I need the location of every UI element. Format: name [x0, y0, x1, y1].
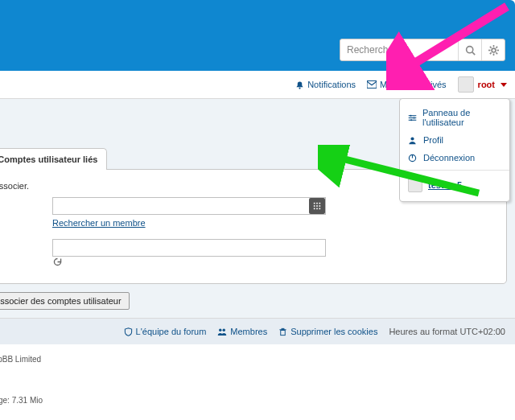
- inbox-icon: [367, 80, 377, 89]
- refresh-icon[interactable]: [52, 257, 495, 267]
- svg-rect-30: [316, 205, 318, 207]
- tab-linked-accounts[interactable]: Comptes utilisateur liés: [0, 148, 107, 170]
- dropdown-logout[interactable]: Déconnexion: [400, 149, 509, 167]
- svg-rect-27: [316, 202, 318, 204]
- avatar: [408, 178, 422, 192]
- nav-username: root: [478, 80, 495, 89]
- svg-point-35: [219, 328, 221, 331]
- dropdown-linked-label: tester_5: [428, 180, 462, 190]
- svg-line-11: [489, 46, 491, 47]
- svg-point-22: [410, 119, 412, 121]
- svg-line-12: [496, 52, 497, 54]
- svg-rect-33: [316, 208, 318, 209]
- credits: Forum Software © phpBB Limited ar phpBB-…: [0, 344, 515, 420]
- trash-icon: [278, 327, 287, 336]
- caret-down-icon: [501, 83, 507, 87]
- dropdown-profile-label: Profil: [423, 135, 443, 145]
- svg-rect-29: [314, 205, 315, 207]
- power-icon: [408, 154, 418, 163]
- shield-icon: [124, 327, 133, 336]
- footer-cookies[interactable]: Supprimer les cookies: [278, 327, 377, 336]
- nav-pm[interactable]: Messages privés: [367, 80, 447, 89]
- dropdown-ucp-label: Panneau de l'utilisateur: [422, 108, 501, 127]
- dropdown-linked-account[interactable]: tester_5: [400, 174, 509, 196]
- svg-line-14: [496, 46, 497, 47]
- dropdown-logout-label: Déconnexion: [423, 153, 475, 163]
- svg-rect-28: [319, 202, 321, 204]
- username-input[interactable]: [52, 197, 326, 215]
- search-member-link[interactable]: Rechercher un membre: [52, 218, 495, 228]
- svg-rect-26: [314, 202, 315, 204]
- password-input[interactable]: [52, 239, 326, 257]
- dropdown-divider: [400, 170, 509, 171]
- gear-icon: [488, 45, 499, 56]
- svg-rect-32: [314, 208, 315, 209]
- avatar: [458, 76, 474, 93]
- search-input[interactable]: [340, 40, 458, 60]
- form-buttons: Réinitialiser Associer des comptes utili…: [0, 284, 507, 310]
- credits-l1: Forum Software © phpBB Limited: [0, 355, 41, 364]
- svg-point-20: [410, 114, 411, 116]
- search-settings-button[interactable]: [481, 39, 505, 60]
- user-icon: [408, 136, 418, 145]
- svg-point-23: [410, 137, 414, 140]
- svg-rect-16: [367, 81, 377, 89]
- svg-line-13: [489, 52, 491, 54]
- svg-rect-37: [281, 330, 286, 335]
- members-icon: [217, 327, 227, 336]
- svg-line-5: [472, 51, 474, 54]
- credits-debug: 9 | Peak Memory Usage: 7.31 Mio: [0, 393, 515, 407]
- footer-team[interactable]: L'équipe du forum: [124, 327, 207, 336]
- svg-point-6: [492, 48, 496, 52]
- svg-point-15: [299, 87, 301, 89]
- svg-point-36: [223, 328, 225, 331]
- svg-rect-34: [319, 208, 321, 209]
- search-button[interactable]: [458, 39, 481, 60]
- footer-links: L'équipe du forum Membres Supprimer les …: [0, 318, 515, 344]
- svg-rect-31: [319, 205, 321, 207]
- svg-point-21: [413, 117, 414, 118]
- svg-rect-39: [282, 328, 284, 329]
- nav-user-menu-toggle[interactable]: root: [458, 76, 507, 93]
- header-search: [340, 39, 505, 61]
- svg-point-4: [466, 46, 472, 52]
- user-dropdown: Panneau de l'utilisateur Profil Déconnex…: [399, 98, 510, 202]
- dropdown-profile[interactable]: Profil: [400, 131, 509, 149]
- bell-icon: [295, 80, 304, 89]
- footer-cookies-label: Supprimer les cookies: [290, 327, 377, 336]
- footer-members[interactable]: Membres: [217, 327, 267, 336]
- search-icon: [465, 45, 476, 56]
- footer-members-label: Membres: [230, 327, 267, 336]
- nav-notifications-label: Notifications: [307, 80, 356, 89]
- nav-notifications[interactable]: Notifications: [295, 80, 356, 89]
- header-band: [0, 0, 515, 71]
- nav-pm-label: Messages privés: [380, 80, 447, 89]
- dropdown-ucp[interactable]: Panneau de l'utilisateur: [400, 104, 509, 131]
- keypad-icon[interactable]: [309, 198, 325, 214]
- sliders-icon: [408, 113, 417, 122]
- top-navbar: Notifications Messages privés root Panne…: [0, 71, 515, 99]
- submit-button[interactable]: Associer des comptes utilisateur: [0, 292, 130, 310]
- password-label: lisateur é: [0, 239, 44, 261]
- footer-team-label: L'équipe du forum: [136, 327, 207, 336]
- footer-timezone: Heures au format UTC+02:00: [389, 327, 505, 336]
